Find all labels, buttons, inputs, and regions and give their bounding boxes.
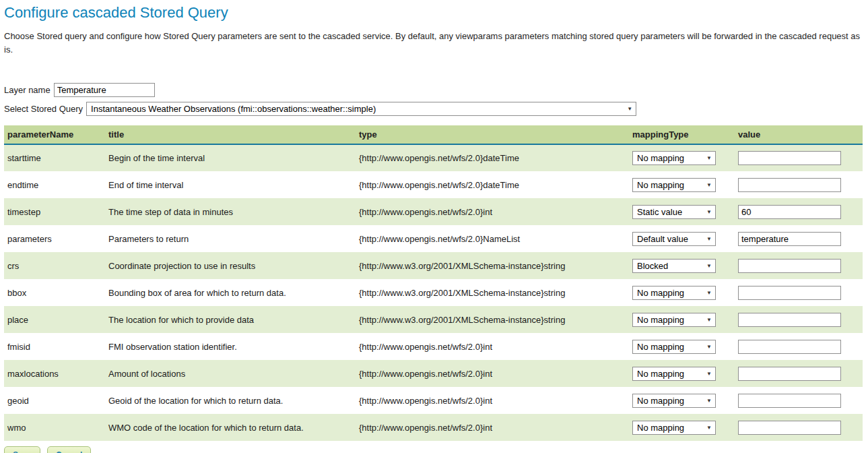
value-cell [735,387,863,414]
stored-query-label: Select Stored Query [4,104,83,114]
mapping-type-select[interactable]: No mapping ▼ [632,151,716,165]
table-row: starttime Begin of the time interval {ht… [4,144,863,171]
table-row: maxlocations Amount of locations {http:/… [4,360,863,387]
table-row: bbox Bounding box of area for which to r… [4,279,863,306]
value-input[interactable] [738,286,841,300]
column-header-title: title [105,125,356,144]
value-input[interactable] [738,205,841,219]
param-title-cell: Parameters to return [105,225,356,252]
param-type-cell: {http://www.w3.org/2001/XMLSchema-instan… [356,279,629,306]
param-name-cell: bbox [4,279,105,306]
column-header-parametername: parameterName [4,125,105,144]
layer-name-row: Layer name [4,83,863,97]
mapping-type-select[interactable]: No mapping ▼ [632,286,716,300]
column-header-mappingtype: mappingType [629,125,735,144]
table-header-row: parameterName title type mappingType val… [4,125,863,144]
save-button[interactable]: Save [4,446,40,453]
param-title-cell: Coordinate projection to use in results [105,252,356,279]
mapping-type-cell: Blocked ▼ [629,252,735,279]
mapping-type-selected-value: Static value [637,207,682,217]
mapping-type-selected-value: Default value [637,234,688,244]
chevron-down-icon: ▼ [706,155,712,161]
table-row: fmisid FMI observation station identifie… [4,333,863,360]
value-input[interactable] [738,151,841,165]
mapping-type-select[interactable]: No mapping ▼ [632,313,716,327]
param-type-cell: {http://www.w3.org/2001/XMLSchema-instan… [356,252,629,279]
chevron-down-icon: ▼ [706,209,712,215]
value-input[interactable] [738,394,841,408]
param-name-cell: endtime [4,171,105,198]
param-type-cell: {http://www.opengis.net/wfs/2.0}int [356,387,629,414]
value-input[interactable] [738,340,841,354]
chevron-down-icon: ▼ [706,263,712,269]
param-title-cell: FMI observation station identifier. [105,333,356,360]
param-title-cell: The time step of data in minutes [105,198,356,225]
mapping-type-cell: No mapping ▼ [629,414,735,441]
param-title-cell: End of time interval [105,171,356,198]
value-input[interactable] [738,421,841,435]
param-type-cell: {http://www.opengis.net/wfs/2.0}int [356,333,629,360]
configure-cascaded-stored-query-page: Configure cascaded Stored Query Choose S… [0,0,868,453]
param-type-cell: {http://www.opengis.net/wfs/2.0}NameList [356,225,629,252]
value-cell [735,306,863,333]
param-name-cell: wmo [4,414,105,441]
mapping-type-selected-value: No mapping [637,288,684,298]
mapping-type-select[interactable]: Blocked ▼ [632,259,716,273]
cancel-button[interactable]: Cancel [47,446,91,453]
page-title: Configure cascaded Stored Query [4,4,863,22]
chevron-down-icon: ▼ [627,106,632,112]
chevron-down-icon: ▼ [706,344,712,350]
value-input[interactable] [738,367,841,381]
mapping-type-cell: Static value ▼ [629,198,735,225]
param-title-cell: Amount of locations [105,360,356,387]
value-input[interactable] [738,259,841,273]
param-type-cell: {http://www.opengis.net/wfs/2.0}dateTime [356,171,629,198]
param-title-cell: Bounding box of area for which to return… [105,279,356,306]
chevron-down-icon: ▼ [706,398,712,404]
value-input[interactable] [738,178,841,192]
chevron-down-icon: ▼ [706,425,712,431]
param-name-cell: starttime [4,144,105,171]
param-name-cell: fmisid [4,333,105,360]
mapping-type-cell: No mapping ▼ [629,387,735,414]
mapping-type-selected-value: Blocked [637,261,668,271]
mapping-type-selected-value: No mapping [637,342,684,352]
mapping-type-select[interactable]: No mapping ▼ [632,178,716,192]
table-row: place The location for which to provide … [4,306,863,333]
layer-name-input[interactable] [54,83,155,97]
mapping-type-select[interactable]: No mapping ▼ [632,340,716,354]
value-cell [735,279,863,306]
param-type-cell: {http://www.opengis.net/wfs/2.0}int [356,198,629,225]
param-name-cell: parameters [4,225,105,252]
param-type-cell: {http://www.w3.org/2001/XMLSchema-instan… [356,306,629,333]
table-row: endtime End of time interval {http://www… [4,171,863,198]
param-title-cell: WMO code of the location for which to re… [105,414,356,441]
value-input[interactable] [738,232,841,246]
table-row: parameters Parameters to return {http://… [4,225,863,252]
param-name-cell: place [4,306,105,333]
table-row: timestep The time step of data in minute… [4,198,863,225]
mapping-type-cell: No mapping ▼ [629,144,735,171]
param-title-cell: Geoid of the location for which to retur… [105,387,356,414]
chevron-down-icon: ▼ [706,371,712,377]
mapping-type-selected-value: No mapping [637,369,684,379]
action-buttons: Save Cancel [4,446,863,453]
mapping-type-select[interactable]: No mapping ▼ [632,394,716,408]
mapping-type-select[interactable]: No mapping ▼ [632,421,716,435]
mapping-type-cell: No mapping ▼ [629,171,735,198]
value-cell [735,225,863,252]
parameter-mapping-table: parameterName title type mappingType val… [4,125,863,441]
chevron-down-icon: ▼ [706,317,712,323]
param-type-cell: {http://www.opengis.net/wfs/2.0}int [356,360,629,387]
mapping-type-cell: No mapping ▼ [629,360,735,387]
table-row: geoid Geoid of the location for which to… [4,387,863,414]
page-description: Choose Stored query and configure how St… [4,30,863,56]
layer-name-label: Layer name [4,85,51,95]
param-type-cell: {http://www.opengis.net/wfs/2.0}int [356,414,629,441]
stored-query-select[interactable]: Instantaneous Weather Observations (fmi:… [86,102,636,116]
mapping-type-select[interactable]: Static value ▼ [632,205,716,219]
param-name-cell: timestep [4,198,105,225]
mapping-type-select[interactable]: Default value ▼ [632,232,716,246]
mapping-type-select[interactable]: No mapping ▼ [632,367,716,381]
value-input[interactable] [738,313,841,327]
